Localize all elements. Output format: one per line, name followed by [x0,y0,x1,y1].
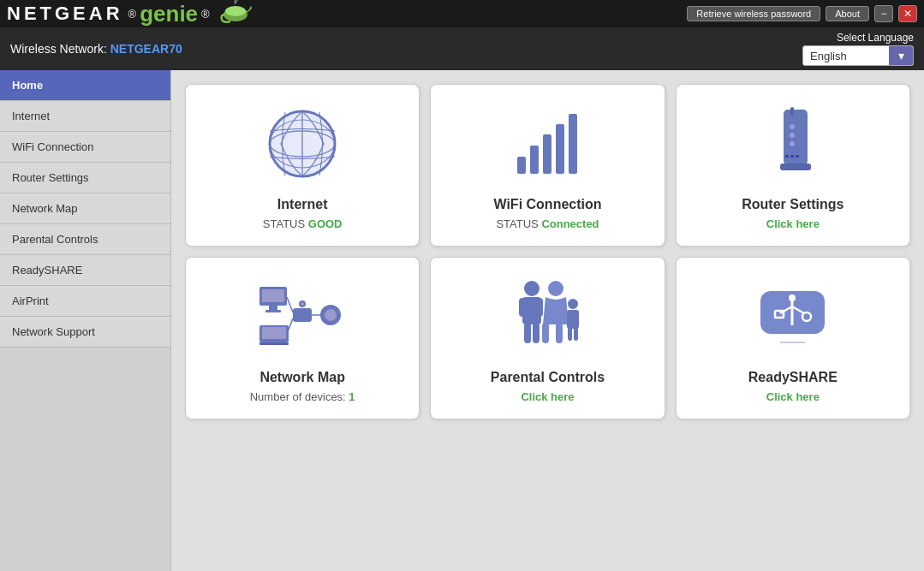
language-dropdown-button[interactable]: ▾ [889,46,913,65]
sidebar-item-parental[interactable]: Parental Controls [0,224,170,255]
svg-line-31 [287,297,293,312]
top-bar: Wireless Network: NETGEAR70 Select Langu… [0,27,924,70]
wifi-icon [513,101,581,187]
internet-card-status: STATUS GOOD [263,217,343,230]
router-card-title: Router Settings [742,197,844,212]
svg-point-30 [301,302,304,306]
svg-rect-40 [524,323,531,343]
netmap-card-status: Number of devices: 1 [250,390,355,403]
wifi-bars-svg [513,105,581,182]
svg-rect-28 [293,308,312,322]
netmap-status-value: 1 [349,390,355,403]
wifi-status-value: Connected [541,217,599,230]
language-section: Select Language English ▾ [802,32,914,66]
readyshare-card-status: Click here [766,390,820,403]
internet-card-title: Internet [277,197,328,212]
wifi-card-title: WiFi Connection [493,197,601,212]
svg-rect-41 [533,323,539,343]
sidebar-item-internet[interactable]: Internet [0,101,170,132]
language-select[interactable]: English ▾ [802,45,914,66]
card-router[interactable]: Router Settings Click here [676,84,910,247]
parental-status-value: Click here [521,390,574,403]
svg-point-6 [271,112,334,175]
netmap-card-title: Network Map [259,370,345,385]
card-readyshare[interactable]: ReadySHARE Click here [676,257,910,419]
parental-svg [513,278,581,355]
readyshare-card-title: ReadySHARE [748,370,838,385]
svg-rect-19 [790,155,794,158]
sidebar-item-support[interactable]: Network Support [0,317,170,348]
svg-rect-13 [790,107,794,116]
internet-icon [264,101,341,187]
card-internet[interactable]: Internet STATUS GOOD [185,84,420,247]
router-svg [765,105,820,182]
svg-rect-7 [517,157,526,174]
logo-genie-registered: ® [201,8,210,21]
language-label: Select Language [837,32,914,44]
network-info: Wireless Network: NETGEAR70 [10,42,182,56]
router-status-value: Click here [766,217,820,230]
sidebar-item-wifi[interactable]: WiFi Connection [0,132,170,163]
parental-icon [513,274,581,360]
logo-genie: genie [140,1,198,27]
svg-rect-9 [543,134,551,174]
svg-rect-26 [262,327,286,339]
logo: NETGEAR ® genie ® [7,0,259,33]
svg-rect-23 [269,306,277,310]
svg-rect-20 [796,155,799,158]
svg-point-51 [789,294,796,301]
svg-rect-39 [536,298,543,317]
svg-point-34 [325,309,337,321]
card-grid: Internet STATUS GOOD WiF [185,84,910,419]
svg-point-16 [790,141,795,146]
svg-rect-43 [542,323,549,343]
usb-svg [756,283,829,351]
sidebar-item-router[interactable]: Router Settings [0,163,170,193]
parental-card-status: Click here [521,390,574,403]
svg-rect-10 [556,124,564,174]
svg-rect-48 [574,327,578,341]
about-button[interactable]: About [826,6,869,21]
svg-rect-47 [568,327,572,341]
netmap-svg [255,278,349,355]
lamp-svg [218,0,259,27]
svg-point-45 [568,299,578,309]
logo-netgear: NETGEAR [7,3,123,25]
svg-rect-24 [265,310,281,312]
titlebar-controls: Retrieve wireless password About − ✕ [687,5,917,22]
close-button[interactable]: ✕ [898,5,917,22]
router-icon [765,101,820,187]
content-area: Internet STATUS GOOD WiF [171,70,924,571]
svg-rect-17 [780,164,811,170]
sidebar-item-home[interactable]: Home [0,70,170,101]
internet-status-value: GOOD [308,217,343,230]
language-value: English [803,47,889,65]
wifi-card-status: STATUS Connected [496,217,599,230]
network-label: Wireless Network: [10,42,107,56]
card-netmap[interactable]: Network Map Number of devices: 1 [185,257,420,419]
svg-point-42 [548,281,563,296]
network-name: NETGEAR70 [110,42,182,56]
card-wifi[interactable]: WiFi Connection STATUS Connected [430,84,665,247]
minimize-button[interactable]: − [874,5,893,22]
svg-rect-38 [519,298,526,317]
svg-rect-22 [262,289,284,302]
svg-rect-18 [785,155,789,158]
svg-rect-44 [556,323,563,343]
logo-registered: ® [128,8,137,21]
sidebar: Home Internet WiFi Connection Router Set… [0,70,171,571]
netmap-icon [255,274,349,360]
card-parental[interactable]: Parental Controls Click here [430,257,665,419]
title-bar: NETGEAR ® genie ® Retrieve wireless pass… [0,0,924,27]
main-layout: Home Internet WiFi Connection Router Set… [0,70,924,571]
sidebar-item-readyshare[interactable]: ReadySHARE [0,255,170,286]
router-card-status: Click here [766,217,820,230]
sidebar-item-netmap[interactable]: Network Map [0,193,170,224]
svg-point-36 [524,281,539,296]
svg-point-15 [790,133,795,138]
svg-rect-46 [567,310,579,329]
svg-point-14 [790,124,795,129]
lamp-icon [218,0,259,33]
retrieve-password-button[interactable]: Retrieve wireless password [687,6,820,21]
sidebar-item-airprint[interactable]: AirPrint [0,286,170,317]
